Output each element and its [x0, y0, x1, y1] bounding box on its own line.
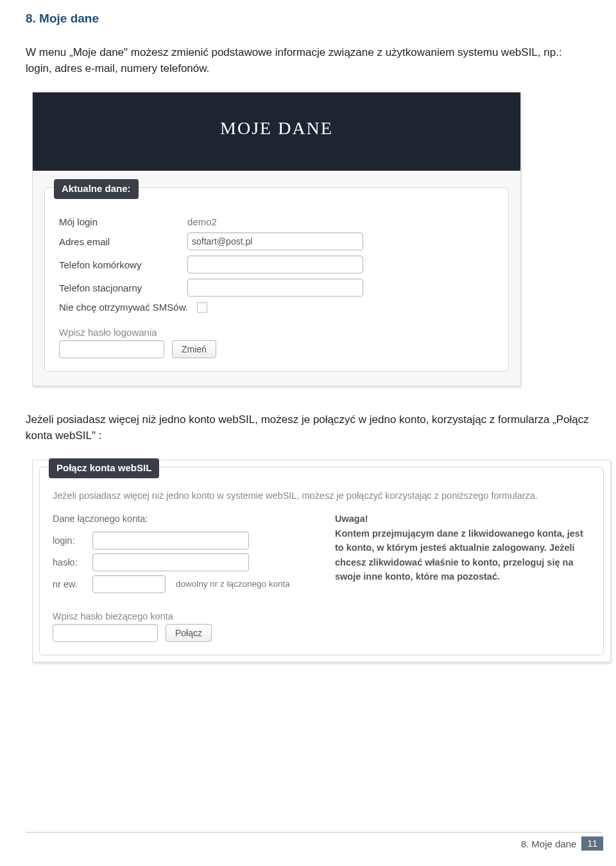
section-heading: 8. Moje dane — [26, 12, 590, 26]
landline-input[interactable] — [187, 279, 363, 297]
merge-nrew-label: nr ew. — [53, 579, 92, 589]
footer-rule — [26, 832, 603, 833]
footer-section: 8. Moje dane — [521, 838, 577, 849]
current-pass-label: Wpisz hasło bieżącego konta — [53, 611, 590, 621]
merge-login-input[interactable] — [92, 532, 249, 550]
merge-button[interactable]: Połącz — [166, 624, 212, 642]
merge-pass-label: hasło: — [53, 557, 92, 567]
merge-pass-input[interactable] — [92, 553, 249, 571]
page-footer: 8. Moje dane 11 — [26, 832, 603, 851]
page-number-badge: 11 — [581, 836, 603, 851]
mobile-label: Telefon komórkowy — [59, 259, 187, 270]
change-button[interactable]: Zmień — [172, 340, 216, 358]
warning-body: Kontem przejmującym dane z likwidowanego… — [335, 526, 590, 584]
left-subhead: Dane łączonego konta: — [53, 514, 329, 524]
password-label: Wpisz hasło logowania — [59, 327, 495, 338]
email-input[interactable] — [187, 232, 363, 250]
merge-description: Jeżeli posiadasz więcej niż jedno konto … — [53, 490, 590, 501]
nosms-label: Nie chcę otrzymywać SMSów. — [59, 302, 188, 313]
merge-nrew-hint: dowolny nr z łączonego konta — [176, 579, 290, 589]
warning-head: Uwaga! — [335, 514, 590, 524]
legend-polacz-konta: Połącz konta webSIL — [49, 458, 159, 478]
password-input[interactable] — [59, 340, 164, 358]
login-value: demo2 — [187, 216, 217, 227]
login-label: Mój login — [59, 216, 187, 227]
merge-login-label: login: — [53, 535, 92, 546]
merge-nrew-input[interactable] — [92, 575, 166, 593]
polacz-konta-screenshot: Połącz konta webSIL Jeżeli posiadasz wię… — [32, 460, 611, 662]
panel-header-title: MOJE DANE — [220, 118, 333, 138]
email-label: Adres email — [59, 236, 187, 247]
landline-label: Telefon stacjonarny — [59, 282, 187, 293]
mid-paragraph: Jeżeli posiadasz więcej niż jedno konto … — [26, 412, 590, 444]
nosms-checkbox[interactable] — [197, 302, 207, 313]
legend-aktualne-dane: Aktualne dane: — [54, 179, 139, 199]
intro-paragraph: W menu „Moje dane" możesz zmienić podsta… — [26, 45, 590, 76]
current-pass-input[interactable] — [53, 624, 158, 642]
mobile-input[interactable] — [187, 255, 363, 273]
moje-dane-screenshot: MOJE DANE Aktualne dane: Mój login demo2… — [32, 92, 521, 386]
panel-header: MOJE DANE — [33, 92, 520, 171]
